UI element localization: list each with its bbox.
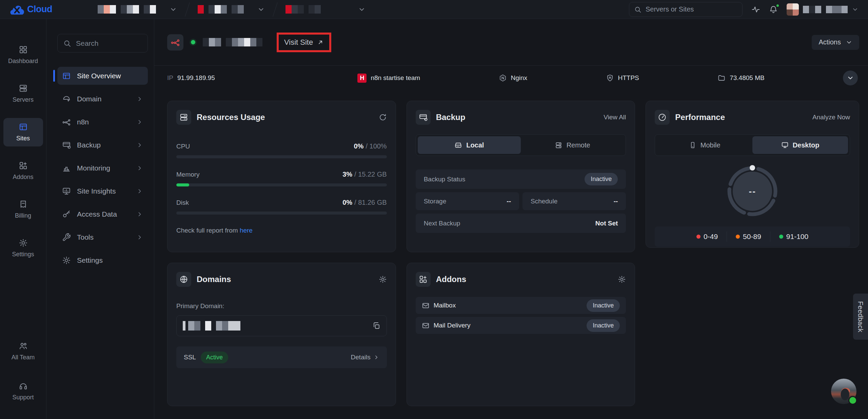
backup-icon [416, 110, 431, 125]
tab-local[interactable]: Local [418, 136, 521, 154]
redacted-site-name [285, 5, 321, 14]
info-disk-size: 73.4805 MB [717, 74, 764, 82]
resources-usage-card: Resources Usage CPU 0%/ 100% [167, 101, 396, 252]
servers-icon [19, 84, 28, 93]
chevron-down-icon [170, 6, 177, 13]
metric-value: 3% [342, 171, 352, 178]
backup-tabs: Local Remote [416, 134, 626, 156]
backup-status-row: Backup Status Inactive [416, 169, 626, 189]
external-link-icon [317, 39, 324, 46]
ssl-row: SSL Active Details [176, 346, 387, 368]
sites-icon [19, 122, 28, 132]
redacted-site-title [203, 38, 262, 46]
menu-item-domain[interactable]: Domain [57, 90, 148, 108]
addon-name: Mail Delivery [434, 322, 471, 329]
menu-item-settings[interactable]: Settings [57, 251, 148, 269]
ssl-details-link[interactable]: Details [351, 354, 379, 361]
monitoring-icon [62, 164, 71, 173]
xcloud-logo[interactable]: Cloud [9, 4, 60, 15]
sidebar-item-label: All Team [12, 354, 35, 361]
menu-item-label: Site Overview [77, 72, 121, 80]
backup-view-all-link[interactable]: View All [604, 114, 626, 121]
sidebar-item-servers[interactable]: Servers [3, 79, 43, 108]
info-bar-collapse-button[interactable] [843, 71, 858, 85]
storage-value: -- [507, 198, 511, 205]
backup-schedule-row: Schedule -- [522, 192, 626, 210]
menu-item-label: Domain [77, 95, 101, 103]
sidebar-item-settings[interactable]: Settings [3, 234, 43, 262]
card-title: Domains [197, 275, 231, 284]
redacted-user-name [803, 5, 848, 14]
performance-tabs: Mobile Desktop [655, 134, 850, 156]
refresh-icon[interactable] [379, 113, 387, 121]
site-selector[interactable] [282, 2, 369, 17]
sidebar-item-addons[interactable]: Addons [3, 157, 43, 185]
backup-status-badge: Inactive [585, 173, 618, 185]
tab-mobile[interactable]: Mobile [657, 136, 752, 154]
notifications-bell-icon[interactable] [769, 5, 778, 14]
site-menu-search[interactable] [57, 34, 148, 53]
feedback-label: Feedback [857, 301, 865, 332]
site-menu-search-input[interactable] [76, 39, 142, 47]
memory-progress-bar [176, 183, 387, 186]
xcloud-cloud-icon [9, 4, 24, 15]
feedback-tab[interactable]: Feedback [853, 294, 868, 340]
next-backup-value: Not Set [595, 220, 618, 227]
user-menu[interactable] [787, 3, 859, 16]
nginx-icon [499, 74, 507, 82]
sidebar-item-dashboard[interactable]: Dashboard [3, 41, 43, 69]
full-report-link[interactable]: here [240, 227, 253, 234]
sidebar-item-sites[interactable]: Sites [3, 118, 43, 146]
addons-icon [19, 161, 28, 170]
metric-value: 0% [354, 142, 363, 150]
server-selector[interactable] [194, 2, 268, 17]
divider [273, 2, 278, 16]
card-title: Addons [436, 275, 466, 284]
addon-row-mail-delivery[interactable]: Mail Delivery Inactive [416, 317, 626, 334]
n8n-node-icon [62, 118, 71, 126]
team-selector[interactable] [94, 2, 180, 17]
resources-icon [176, 110, 191, 125]
metric-label: Disk [176, 199, 189, 206]
copy-icon[interactable] [372, 322, 380, 330]
sidebar-item-billing[interactable]: Billing [3, 195, 43, 224]
global-search[interactable] [629, 2, 743, 17]
site-info-bar: IP 91.99.189.95 H n8n startise team Ngin… [154, 65, 868, 90]
sidebar-item-label: Support [12, 394, 34, 401]
search-icon [634, 6, 642, 13]
analyze-now-link[interactable]: Analyze Now [812, 114, 850, 121]
menu-item-backup[interactable]: Backup [57, 136, 148, 154]
legend-dot-green [779, 235, 783, 239]
menu-item-n8n[interactable]: n8n [57, 113, 148, 131]
sidebar-item-support[interactable]: Support [3, 377, 43, 405]
actions-button[interactable]: Actions [812, 35, 859, 50]
global-search-input[interactable] [646, 5, 737, 13]
menu-item-monitoring[interactable]: Monitoring [57, 159, 148, 177]
dashboard-icon [19, 45, 28, 54]
menu-item-access-data[interactable]: Access Data [57, 205, 148, 223]
menu-item-tools[interactable]: Tools [57, 228, 148, 246]
card-title: Backup [436, 113, 466, 122]
sidebar-item-all-team[interactable]: All Team [3, 337, 43, 365]
tab-remote[interactable]: Remote [521, 136, 624, 154]
chevron-down-icon [846, 39, 852, 46]
menu-item-site-overview[interactable]: Site Overview [57, 67, 148, 85]
domains-settings-gear-icon[interactable] [379, 275, 387, 283]
ip-value: 91.99.189.95 [177, 74, 215, 82]
visit-site-link[interactable]: Visit Site [277, 33, 331, 52]
activity-icon[interactable] [751, 5, 760, 14]
addons-settings-gear-icon[interactable] [618, 275, 626, 283]
chevron-down-icon [847, 74, 854, 82]
menu-item-site-insights[interactable]: Site Insights [57, 182, 148, 200]
primary-sidebar: Dashboard Servers Sites Addons Billing S… [0, 19, 46, 419]
menu-item-label: Tools [77, 233, 94, 241]
site-insights-icon [62, 187, 71, 196]
addon-row-mailbox[interactable]: Mailbox Inactive [416, 297, 626, 314]
menu-item-label: Monitoring [77, 164, 110, 172]
addons-card: Addons Mailbox Inactive Mail Delivery In [407, 263, 635, 406]
search-icon [63, 39, 71, 47]
settings-gear-icon [62, 256, 71, 265]
hetzner-badge-icon: H [357, 74, 367, 83]
tab-desktop[interactable]: Desktop [752, 136, 848, 154]
support-chat-avatar[interactable] [831, 379, 856, 404]
